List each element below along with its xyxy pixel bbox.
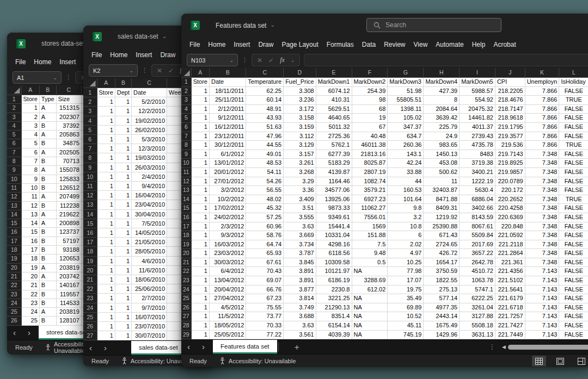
cell[interactable]: 30/04/2010 — [132, 209, 167, 219]
menu-item-page-layout[interactable]: Page Layout — [281, 41, 318, 48]
row-header[interactable]: 23 — [181, 276, 191, 285]
cell[interactable]: 119557 — [56, 290, 81, 299]
cell[interactable]: 48.91 — [246, 104, 284, 114]
cell[interactable]: A — [39, 104, 56, 113]
cell[interactable]: 7.143 — [525, 321, 559, 331]
cell[interactable]: 4039.39 — [316, 330, 352, 339]
cell[interactable]: 19/02/2010 — [132, 116, 167, 125]
cell[interactable]: 8025.87 — [352, 159, 388, 168]
row-header[interactable]: 23 — [7, 290, 21, 299]
cell[interactable]: 14 — [21, 219, 39, 228]
cell[interactable]: FALSE — [559, 122, 588, 132]
cell[interactable]: 1 — [115, 163, 131, 172]
cell[interactable]: A — [39, 210, 56, 219]
cell[interactable]: 7.143 — [525, 285, 559, 294]
cell[interactable]: FALSE — [559, 204, 588, 213]
cell[interactable]: 77.98 — [388, 267, 424, 276]
cell[interactable]: 48.53 — [246, 159, 284, 168]
search-input[interactable]: Search — [366, 18, 501, 32]
cell[interactable]: 160.53 — [388, 186, 424, 195]
column-header[interactable]: H — [424, 68, 460, 78]
row-header[interactable]: 18 — [83, 247, 97, 256]
cell[interactable]: 1 — [115, 331, 131, 340]
cell[interactable]: 1 — [191, 267, 209, 276]
cell[interactable]: 7.348 — [525, 204, 559, 213]
cell[interactable]: 11/5/2012 — [209, 312, 246, 321]
row-header[interactable]: 11 — [83, 182, 97, 191]
row-header[interactable]: 26 — [7, 316, 21, 325]
cell[interactable]: 1 — [115, 303, 131, 312]
cell[interactable]: 155078 — [56, 166, 81, 175]
cell[interactable]: 126512 — [56, 183, 81, 192]
cell[interactable]: 4011.37 — [460, 122, 495, 132]
cell[interactable]: 69.07 — [246, 276, 284, 285]
cell[interactable]: 18 — [21, 254, 39, 263]
cell[interactable]: B — [39, 316, 56, 325]
cell[interactable]: 1 — [115, 238, 131, 247]
cell[interactable]: 275.13 — [424, 285, 460, 294]
column-header[interactable]: D — [284, 68, 316, 78]
cell[interactable]: 218.9618 — [495, 114, 525, 123]
cell[interactable]: FALSE — [559, 132, 588, 141]
cell[interactable]: 21 — [21, 281, 39, 290]
cell[interactable]: 7.348 — [525, 213, 559, 222]
cell[interactable]: 5/2/2010 — [132, 97, 167, 107]
cell[interactable]: 8471.88 — [424, 195, 460, 204]
cell[interactable]: FALSE — [559, 294, 588, 303]
cell[interactable]: 44.55 — [246, 141, 284, 150]
row-header[interactable]: 8 — [83, 153, 97, 163]
cell[interactable]: 1 — [97, 200, 115, 209]
row-header[interactable]: 6 — [83, 135, 97, 144]
cell[interactable]: 219.536 — [495, 141, 525, 150]
cell[interactable]: 1398.11 — [388, 104, 424, 114]
cell[interactable]: NA — [352, 267, 388, 276]
cell[interactable]: 612.02 — [352, 285, 388, 294]
row-header[interactable]: 19 — [7, 254, 21, 263]
cell[interactable]: 3.814 — [284, 294, 316, 303]
cell[interactable]: 7.143 — [525, 276, 559, 285]
cell[interactable]: 70.33 — [246, 321, 284, 331]
menu-item-draw[interactable]: Draw — [258, 41, 273, 48]
cell[interactable]: 219.8925 — [495, 159, 525, 168]
cell[interactable]: 3.2 — [388, 213, 424, 222]
cell[interactable]: 9873.33 — [316, 204, 352, 213]
cell[interactable]: 6118.56 — [316, 249, 352, 258]
cell[interactable]: 28/05/2010 — [132, 247, 167, 256]
cell[interactable]: 427.39 — [424, 86, 460, 96]
cell[interactable]: 1 — [115, 312, 131, 321]
cell[interactable]: 7.348 — [525, 231, 559, 240]
cell[interactable]: 5988.57 — [460, 86, 495, 96]
cell[interactable]: 105.02 — [388, 114, 424, 123]
cell[interactable]: 1 — [97, 153, 115, 163]
cell[interactable]: 1822.55 — [424, 276, 460, 285]
cell[interactable]: 1 — [97, 182, 115, 191]
row-header[interactable]: 16 — [7, 228, 21, 237]
cell[interactable]: 14/05/2010 — [132, 228, 167, 238]
cell[interactable]: 16/12/2011 — [209, 122, 246, 132]
cell[interactable]: 5183.29 — [316, 159, 352, 168]
column-header[interactable]: B — [209, 68, 246, 78]
cell[interactable]: B — [39, 121, 56, 130]
horizontal-scrollbar[interactable] — [508, 345, 588, 350]
cell[interactable]: 43.93 — [246, 114, 284, 123]
cell[interactable]: 4/5/2012 — [209, 303, 246, 312]
cell[interactable]: 2230.8 — [316, 285, 352, 294]
row-header[interactable]: 12 — [83, 191, 97, 200]
row-header[interactable]: 5 — [83, 125, 97, 134]
cell[interactable]: 7.348 — [525, 150, 559, 159]
column-header[interactable]: C — [132, 78, 167, 88]
cell[interactable]: 57197 — [56, 237, 81, 245]
cell[interactable]: 67.23 — [246, 294, 284, 303]
cell[interactable]: Type — [39, 95, 56, 104]
cell[interactable]: 3221.25 — [316, 294, 352, 303]
cell[interactable]: 1 — [191, 86, 209, 96]
cell[interactable]: 218.7147 — [495, 104, 525, 114]
cell[interactable]: 1 — [97, 107, 115, 116]
cell[interactable]: 3.669 — [284, 231, 316, 240]
menu-item-file[interactable]: File — [91, 51, 102, 59]
menu-item-file[interactable]: File — [189, 41, 200, 48]
cell[interactable]: 220.848 — [495, 222, 525, 231]
cell[interactable]: 8143.59 — [460, 213, 495, 222]
cell[interactable]: 10.8 — [388, 222, 424, 231]
cell[interactable]: 1 — [97, 331, 115, 340]
